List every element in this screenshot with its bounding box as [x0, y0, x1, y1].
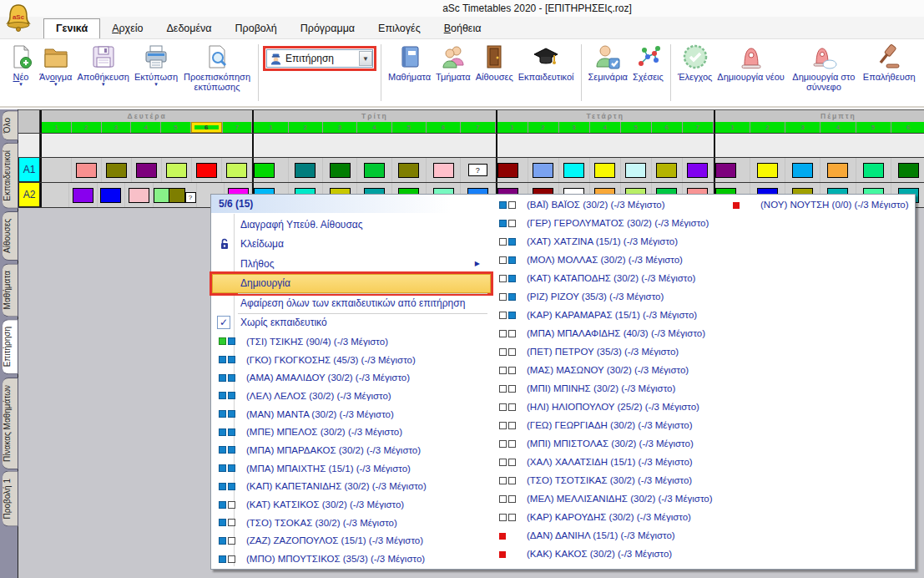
teacher-item[interactable]: (ΜΠΕ) ΜΠΕΛΟΣ (30/2) (-/3 Μέγιστο)	[215, 423, 427, 441]
period-slot[interactable]	[785, 158, 820, 182]
period-cell-selected[interactable]: 6	[191, 122, 222, 133]
lesson-card[interactable]	[625, 163, 646, 178]
period-cell[interactable]: 6	[891, 122, 924, 133]
teacher-item[interactable]: (ΡΙΖ) ΡΙΖΟΥ (35/3) (-/3 Μέγιστο)	[495, 287, 713, 306]
teacher-item[interactable]: (ΜΠΑ) ΜΠΑΡΔΑΚΟΣ (30/2) (-/3 Μέγιστο)	[215, 441, 427, 459]
context-menu-item-count[interactable]: Πλήθος▶	[212, 254, 491, 273]
teacher-item[interactable]: (ΜΠΙ) ΜΠΙΣΤΟΛΑΣ (30/2) (-/3 Μέγιστο)	[495, 434, 713, 453]
period-cell[interactable]: 2	[750, 122, 785, 133]
period-cell[interactable]: 4	[820, 122, 855, 133]
period-cell[interactable]: 5	[621, 122, 651, 133]
toolbar-button-verification[interactable]: Επαλήθευση	[861, 43, 918, 83]
period-cell[interactable]: 5	[392, 122, 426, 133]
period-cell[interactable]: 1	[715, 122, 750, 133]
period-cell[interactable]: 6	[427, 122, 460, 133]
teacher-item[interactable]: (ΤΣΙ) ΤΣΙΚΗΣ (90/4) (-/3 Μέγιστο)	[215, 332, 427, 351]
period-cell[interactable]: 5	[856, 122, 891, 133]
period-slot[interactable]	[192, 158, 222, 182]
period-cell[interactable]: 3	[323, 122, 356, 133]
period-slot[interactable]	[392, 158, 427, 182]
period-cell[interactable]: 5	[161, 122, 190, 133]
teacher-item[interactable]: (ΠΕΤ) ΠΕΤΡΟΥ (35/3) (-/3 Μέγιστο)	[495, 342, 713, 361]
toolbar-button-print-preview[interactable]: Προεπισκόπηση εκτύπωσης	[180, 43, 254, 93]
period-slot[interactable]	[162, 158, 192, 182]
period-slot[interactable]	[528, 158, 559, 182]
period-cell[interactable]: 3	[559, 122, 589, 133]
toolbar-button-save[interactable]: Αποθήκευση▾	[74, 43, 131, 88]
period-slot[interactable]	[820, 158, 856, 182]
toolbar-button-relations[interactable]: Σχέσεις	[630, 43, 666, 83]
teacher-item[interactable]: (ΜΠΑ) ΜΠΑΙΧΤΗΣ (15/1) (-/3 Μέγιστο)	[215, 459, 427, 478]
lesson-card[interactable]	[330, 163, 351, 178]
teacher-item[interactable]: (ΗΛΙ) ΗΛΙΟΠΟΥΛΟΥ (25/2) (-/3 Μέγιστο)	[495, 398, 713, 416]
period-slot[interactable]	[42, 158, 72, 182]
menu-item-help[interactable]: Βοήθεια	[432, 19, 493, 38]
teacher-item[interactable]: (ΚΑΠ) ΚΑΠΕΤΑΝΙΔΗΣ (30/2) (-/3 Μέγιστο)	[215, 478, 427, 496]
period-cell[interactable]: 3	[785, 122, 820, 133]
teacher-item[interactable]: (ΑΜΑ) ΑΜΑΛΙΔΟΥ (30/2) (-/3 Μέγιστο)	[215, 368, 427, 387]
teacher-item[interactable]: (ΧΑΤ) ΧΑΤΖΙΝΑ (15/1) (-/3 Μέγιστο)	[495, 232, 713, 251]
lesson-card[interactable]	[364, 163, 385, 178]
sidebar-tab-view-1[interactable]: Προβολή 1	[3, 471, 18, 527]
menu-item-view[interactable]: Προβολή	[224, 19, 289, 38]
period-cell[interactable]: 2	[72, 122, 101, 133]
period-cell[interactable]: 1	[42, 122, 71, 133]
lesson-card[interactable]	[497, 163, 518, 178]
sidebar-tab-classrooms[interactable]: Αίθουσες	[3, 211, 18, 261]
lesson-card[interactable]	[757, 163, 778, 178]
teacher-item[interactable]: (ΖΑΖ) ΖΑΖΟΠΟΥΛΟΣ (15/1) (-/3 Μέγιστο)	[215, 532, 427, 550]
lesson-card[interactable]	[226, 163, 247, 178]
teacher-item[interactable]: (ΚΑΚ) ΚΑΚΟΣ (30/2) (-/3 Μέγιστο)	[495, 545, 713, 563]
lesson-card[interactable]	[73, 188, 93, 203]
period-cell[interactable]: 1	[497, 122, 528, 133]
period-cell[interactable]: 4	[590, 122, 620, 133]
teacher-item[interactable]: (ΓΕΩ) ΓΕΩΡΓΙΑΔΗ (30/2) (-/3 Μέγιστο)	[495, 416, 713, 434]
menu-item-file[interactable]: Αρχείο	[100, 19, 154, 38]
sidebar-tab-lesson-table[interactable]: Πίνακας Μαθημάτων	[3, 378, 18, 469]
period-slot[interactable]	[652, 158, 683, 182]
teacher-item[interactable]: (ΜΠΟ) ΜΠΟΥΤΣΙΚΟΣ (35/3) (-/3 Μέγιστο)	[215, 550, 427, 568]
period-slot[interactable]	[891, 158, 924, 182]
period-slot[interactable]	[750, 158, 785, 182]
lesson-card[interactable]	[687, 163, 708, 178]
row-header-a1[interactable]: A1	[18, 158, 40, 182]
period-slot[interactable]	[683, 158, 714, 182]
period-slot[interactable]	[497, 158, 528, 182]
period-slot[interactable]	[222, 158, 252, 182]
lesson-card[interactable]	[827, 163, 848, 178]
period-slot[interactable]	[69, 183, 97, 207]
toolbar-button-seminars[interactable]: Σεμινάρια	[586, 43, 630, 83]
period-slot[interactable]	[125, 183, 153, 207]
teacher-item[interactable]: (ΜΕΛ) ΜΕΛΛΙΣΑΝΙΔΗΣ (30/2) (-/3 Μέγιστο)	[495, 489, 713, 508]
dropdown-caret-icon[interactable]: ▾	[102, 82, 105, 87]
period-cell[interactable]: 2	[289, 122, 322, 133]
period-slot[interactable]	[132, 158, 162, 182]
period-slot[interactable]	[715, 158, 750, 182]
teacher-item[interactable]: (ΓΚΟ) ΓΚΟΓΚΟΣΗΣ (45/3) (-/3 Μέγιστο)	[215, 351, 427, 369]
lesson-card[interactable]	[433, 163, 454, 178]
period-slot[interactable]	[559, 158, 590, 182]
sidebar-tab-all[interactable]: Όλο	[3, 110, 18, 140]
unassigned-card[interactable]: ?	[468, 164, 487, 176]
lesson-card[interactable]	[106, 163, 127, 178]
menu-item-data[interactable]: Δεδομένα	[154, 19, 223, 38]
period-slot[interactable]: ?	[154, 183, 197, 207]
teacher-item[interactable]: (ΚΑΡ) ΚΑΡΟΥΔΗΣ (30/2) (-/3 Μέγιστο)	[495, 508, 713, 526]
period-cell[interactable]: 6	[652, 122, 682, 133]
period-slot[interactable]	[590, 158, 621, 182]
menu-item-schedule[interactable]: Πρόγραμμα	[289, 19, 366, 38]
lesson-card[interactable]	[136, 163, 157, 178]
lesson-card[interactable]	[594, 163, 615, 178]
teacher-item[interactable]: (ΜΠΑ) ΜΠΑΛΑΦΙΔΗΣ (40/3) (-/3 Μέγιστο)	[495, 324, 713, 342]
toolbar-button-check[interactable]: Έλεγχος	[675, 43, 714, 83]
lesson-card[interactable]	[792, 163, 813, 178]
lesson-card[interactable]	[129, 188, 149, 203]
context-menu-item-remove-all-teachers[interactable]: Αφαίρεση όλων των εκπαιδευτικών από επιτ…	[212, 293, 491, 312]
period-slot[interactable]	[289, 158, 323, 182]
period-slot[interactable]	[102, 158, 132, 182]
teacher-item[interactable]: (ΧΑΛ) ΧΑΛΑΤΣΙΔΗ (15/1) (-/3 Μέγιστο)	[495, 453, 713, 471]
sidebar-tab-subjects[interactable]: Μαθήματα	[3, 263, 18, 317]
period-slot[interactable]	[98, 183, 125, 207]
toolbar-button-print[interactable]: Εκτύπωση▾	[132, 43, 180, 88]
teacher-item[interactable]: (ΝΟΥ) ΝΟΥΤΣΗ (0/0) (-/3 Μέγιστο)	[729, 195, 909, 214]
